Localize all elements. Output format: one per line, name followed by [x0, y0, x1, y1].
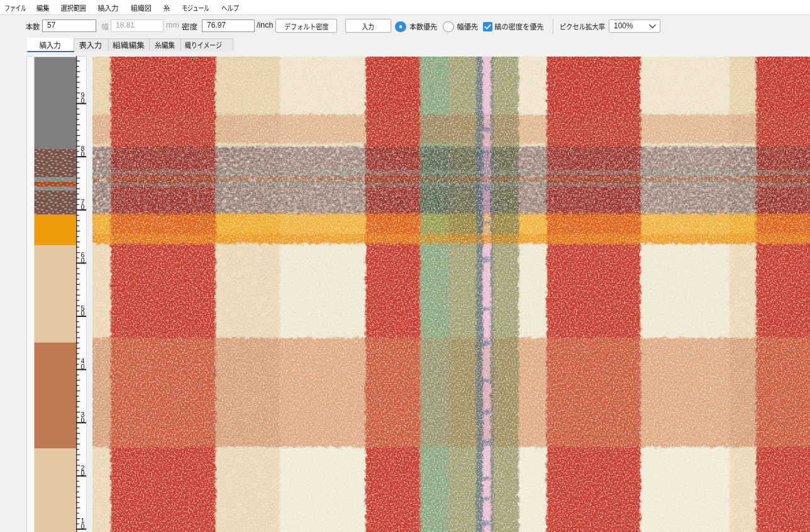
svg-text:0: 0 — [81, 96, 85, 104]
svg-text:0: 0 — [81, 150, 85, 157]
svg-text:0: 0 — [81, 469, 85, 477]
svg-text:0: 0 — [81, 522, 85, 529]
svg-text:0: 0 — [81, 203, 85, 211]
svg-text:0: 0 — [81, 256, 85, 263]
svg-text:0: 0 — [81, 416, 85, 423]
svg-text:0: 0 — [81, 309, 85, 317]
svg-text:0: 0 — [81, 362, 85, 370]
